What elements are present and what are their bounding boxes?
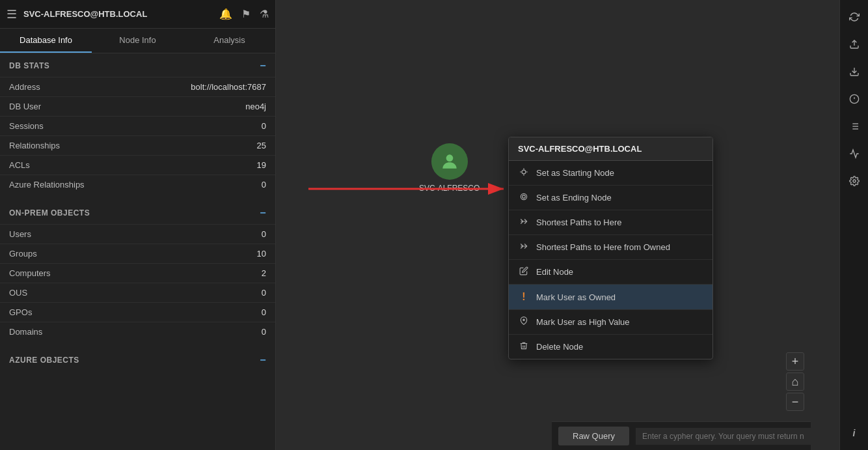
sidebar-header: ☰ SVC-ALFRESCO@HTB.LOCAL 🔔 ⚑ ⚗ [0,0,275,29]
stat-row-domains: Domains 0 [0,322,275,341]
ctx-edit-node[interactable]: Edit Node [509,260,712,285]
tab-analysis[interactable]: Analysis [183,29,275,53]
query-input[interactable] [636,428,811,445]
edit-node-icon [518,266,530,277]
mark-owned-icon: ! [518,291,530,303]
azure-collapse[interactable]: − [260,354,266,366]
ctx-delete-node-label: Delete Node [536,342,583,352]
zoom-home-button[interactable]: ⌂ [786,373,804,391]
ctx-shortest-paths-owned[interactable]: Shortest Paths to Here from Owned [509,235,712,260]
ctx-mark-high-value-label: Mark User as High Value [536,317,630,327]
svg-point-6 [523,319,524,320]
stat-row-users: Users 0 [0,224,275,244]
filter-icon[interactable]: ⚗ [260,8,269,20]
zoom-in-button[interactable]: + [786,352,804,371]
ctx-shortest-paths-label: Shortest Paths to Here [536,218,622,227]
context-menu-title: SVC-ALFRESCO@HTB.LOCAL [509,137,712,161]
svg-point-3 [522,170,526,174]
stat-row-computers: Computers 2 [0,263,275,283]
delete-node-icon [518,341,530,352]
bottom-bar: Raw Query [552,421,811,450]
node-icon[interactable] [431,143,468,180]
upload-button[interactable] [843,33,866,56]
tab-node-info[interactable]: Node Info [92,29,183,53]
ctx-ending-node-label: Set as Ending Node [536,193,612,203]
tab-database-info[interactable]: Database Info [0,29,92,53]
stat-row-azure-relationships: Azure Relationships 0 [0,175,275,194]
stat-row-ous: OUS 0 [0,283,275,302]
stat-row-relationships: Relationships 25 [0,135,275,155]
tab-bar: Database Info Node Info Analysis [0,29,275,53]
db-stats-rows: Address bolt://localhost:7687 DB User ne… [0,77,275,194]
on-prem-rows: Users 0 Groups 10 Computers 2 OUS 0 GPOs… [0,224,275,341]
chart-button[interactable] [843,142,866,165]
shortest-paths-owned-icon [518,242,530,253]
svg-point-5 [522,195,526,199]
on-prem-section-header: ON-PREM OBJECTS − [0,201,275,224]
stat-row-gpos: GPOs 0 [0,302,275,322]
context-menu: SVC-ALFRESCO@HTB.LOCAL Set as Starting N… [508,137,713,359]
stat-row-dbuser: DB User neo4j [0,96,275,116]
ctx-mark-owned-label: Mark User as Owned [536,292,616,302]
svg-point-4 [521,193,526,199]
sidebar: ☰ SVC-ALFRESCO@HTB.LOCAL 🔔 ⚑ ⚗ Database … [0,0,276,450]
mark-high-value-icon [518,316,530,328]
sidebar-title: SVC-ALFRESCO@HTB.LOCAL [23,9,213,19]
stat-row-groups: Groups 10 [0,244,275,263]
svg-point-18 [853,180,856,182]
ctx-shortest-paths[interactable]: Shortest Paths to Here [509,210,712,235]
about-button[interactable]: i [843,421,866,445]
azure-section-header: AZURE OBJECTS − [0,348,275,371]
shortest-paths-icon [518,217,530,228]
ctx-delete-node[interactable]: Delete Node [509,335,712,359]
raw-query-button[interactable]: Raw Query [558,427,629,445]
main-canvas: SVC-ALFRESCO SVC-ALFRESCO@HTB.LOCAL Set … [276,0,839,450]
starting-node-icon [518,167,530,178]
settings-button[interactable] [843,169,866,193]
sidebar-content: DB STATS − Address bolt://localhost:7687… [0,53,275,450]
db-stats-section-header: DB STATS − [0,53,275,77]
stat-row-address: Address bolt://localhost:7687 [0,77,275,96]
db-stats-label: DB STATS [9,61,49,70]
ctx-set-ending-node[interactable]: Set as Ending Node [509,186,712,210]
on-prem-label: ON-PREM OBJECTS [9,208,90,218]
ctx-set-starting-node[interactable]: Set as Starting Node [509,161,712,186]
list-button[interactable] [843,115,866,138]
right-toolbar: i [839,0,868,450]
info-button[interactable] [843,87,866,111]
zoom-controls: + ⌂ − [786,352,804,411]
ctx-mark-owned[interactable]: ! Mark User as Owned [509,285,712,310]
zoom-out-button[interactable]: − [786,393,804,411]
stat-row-acls: ACLs 19 [0,155,275,175]
db-stats-collapse[interactable]: − [260,60,266,72]
bookmark-icon[interactable]: ⚑ [241,8,251,20]
ctx-starting-node-label: Set as Starting Node [536,168,614,178]
header-icons: 🔔 ⚑ ⚗ [219,8,269,20]
download-button[interactable] [843,60,866,83]
stat-row-sessions: Sessions 0 [0,116,275,135]
menu-button[interactable]: ☰ [7,7,17,21]
ctx-shortest-paths-owned-label: Shortest Paths to Here from Owned [536,242,670,252]
azure-label: AZURE OBJECTS [9,356,79,365]
ctx-edit-node-label: Edit Node [536,267,573,277]
ctx-mark-high-value[interactable]: Mark User as High Value [509,310,712,335]
on-prem-collapse[interactable]: − [260,207,266,219]
arrow-indicator [308,176,517,204]
refresh-button[interactable] [843,5,866,29]
alert-icon[interactable]: 🔔 [219,8,232,20]
svg-point-0 [446,154,453,162]
ending-node-icon [518,192,530,203]
